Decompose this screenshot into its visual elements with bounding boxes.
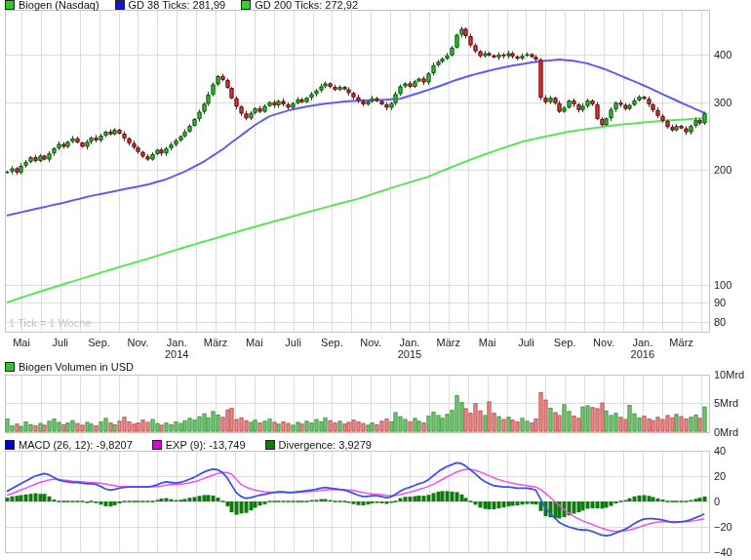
x-axis-label: Jan.2015 [388, 337, 431, 360]
legend-label: GD 200 Ticks: 272,92 [255, 0, 358, 11]
x-axis-label: Sep. [78, 337, 121, 348]
x-axis-label: Nov. [349, 337, 392, 348]
price-legend: Biogen (Nasdaq) GD 38 Ticks: 281,99 GD 2… [5, 0, 358, 10]
price-axis-label: 300 [714, 97, 731, 108]
gd200-series-swatch-icon [241, 0, 251, 10]
legend-item-macd: MACD (26, 12): -9,8207 [5, 439, 133, 451]
tick-scale-note: 1 Tick = 1 Woche [9, 317, 91, 329]
x-axis-label: Nov. [582, 337, 625, 348]
legend-label: Biogen Volumen in USD [19, 361, 134, 373]
macd-series-swatch-icon [5, 440, 15, 450]
x-axis-label: Mai [0, 337, 43, 348]
legend-item-volume: Biogen Volumen in USD [5, 361, 134, 373]
legend-label: GD 38 Ticks: 281,99 [129, 0, 226, 11]
x-axis-label: März [194, 337, 237, 348]
x-axis-label: Jan.2014 [155, 337, 198, 360]
x-axis-label: Sep. [310, 337, 353, 348]
price-axis-label: 400 [714, 49, 731, 60]
exp-series-swatch-icon [152, 440, 162, 450]
volume-axis-label: 0Mrd [714, 426, 738, 438]
stock-chart-window: Biogen (Nasdaq) GD 38 Ticks: 281,99 GD 2… [0, 0, 751, 560]
price-axis-label: 100 [714, 279, 731, 291]
divergence-series-swatch-icon [265, 440, 275, 450]
macd-axis-label: −20 [714, 521, 732, 533]
x-axis-label: Juli [272, 337, 315, 348]
gd38-series-swatch-icon [115, 0, 125, 10]
volume-series-swatch-icon [5, 362, 15, 372]
legend-item-biogen: Biogen (Nasdaq) [5, 0, 99, 11]
legend-label: EXP (9): -13,749 [166, 439, 246, 451]
x-axis-label: März [660, 337, 703, 348]
legend-item-gd38: GD 38 Ticks: 281,99 [115, 0, 226, 11]
x-axis-label: Mai [466, 337, 509, 348]
legend-item-exp: EXP (9): -13,749 [152, 439, 246, 451]
macd-axis-label: 20 [714, 470, 726, 482]
volume-axis-label: 5Mrd [714, 397, 738, 409]
x-axis-label: Nov. [116, 337, 159, 348]
macd-legend: MACD (26, 12): -9,8207 EXP (9): -13,749 … [5, 440, 372, 450]
legend-label: Biogen (Nasdaq) [19, 0, 99, 11]
x-axis-label: Juli [504, 337, 547, 348]
volume-axis-label: 10Mrd [714, 369, 744, 380]
macd-axis-label: 0 [714, 496, 720, 507]
biogen-series-swatch-icon [5, 0, 15, 10]
x-axis-label: Sep. [543, 337, 586, 348]
legend-item-divergence: Divergence: 3,9279 [265, 439, 372, 451]
macd-axis-label: 40 [714, 445, 726, 457]
macd-axis-label: −40 [714, 546, 732, 558]
x-axis-label: März [427, 337, 470, 348]
legend-label: Divergence: 3,9279 [279, 439, 372, 451]
legend-label: MACD (26, 12): -9,8207 [19, 439, 133, 451]
price-axis-label: 90 [714, 297, 726, 308]
price-axis-label: 200 [714, 164, 731, 176]
legend-item-gd200: GD 200 Ticks: 272,92 [241, 0, 358, 11]
chart-canvas[interactable] [0, 0, 751, 560]
price-axis-label: 80 [714, 316, 726, 328]
x-axis-label: Jan.2016 [621, 337, 664, 360]
x-axis-label: Mai [233, 337, 276, 348]
x-axis-label: Juli [39, 337, 82, 348]
volume-legend: Biogen Volumen in USD [5, 362, 134, 372]
